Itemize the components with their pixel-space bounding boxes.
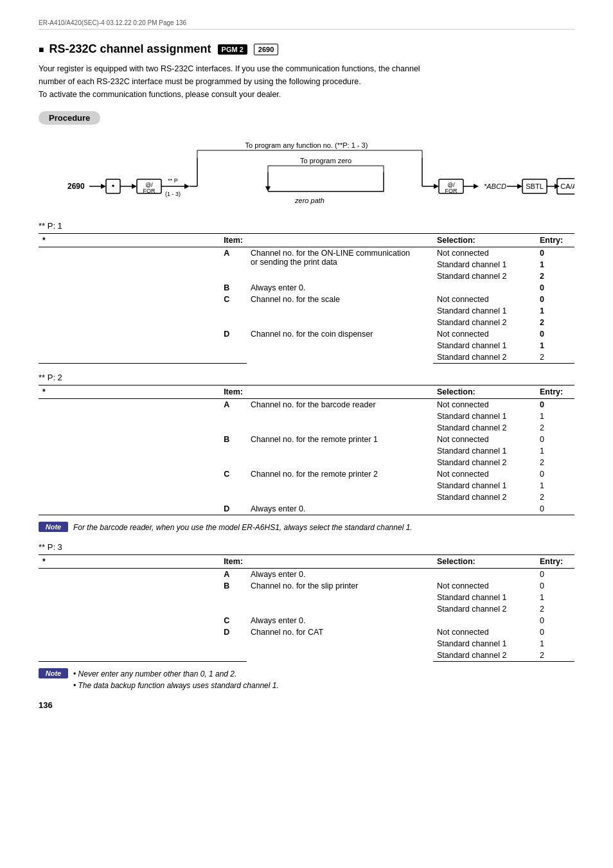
p1-row-c: C Channel no. for the scale Not connecte… — [39, 294, 574, 305]
p1-title: ** P: 1 — [39, 221, 574, 231]
svg-text:CA/AT: CA/AT — [560, 182, 574, 190]
p1-item-header: Item: — [220, 234, 247, 247]
svg-text:2690: 2690 — [67, 182, 85, 191]
p1-row-b: B Always enter 0. 0 — [39, 282, 574, 294]
intro-text: Your register is equipped with two RS-23… — [39, 62, 574, 101]
note2-box: Note • Never enter any number other than… — [39, 668, 574, 691]
diagram: To program any function no. (**P: 1 - 3)… — [39, 139, 574, 209]
section-title: RS-232C channel assignment PGM 2 2690 — [39, 42, 574, 56]
p3-row-c: C Always enter 0. 0 — [39, 615, 574, 626]
svg-marker-38 — [265, 186, 271, 191]
p3-row-b: B Channel no. for the slip printer Not c… — [39, 580, 574, 592]
procedure-label: Procedure — [39, 111, 100, 125]
page-header: ER-A410/A420(SEC)-4 03.12.22 0:20 PM Pag… — [39, 19, 574, 30]
page-number: 136 — [39, 700, 574, 710]
p3-sel-header: Selection: — [433, 555, 536, 569]
svg-text:** P: ** P — [168, 177, 178, 184]
code-badge: 2690 — [254, 44, 278, 55]
note1-box: Note For the barcode reader, when you us… — [39, 522, 574, 533]
p3-entry-header: Entry: — [536, 555, 574, 569]
svg-text:(1 - 3): (1 - 3) — [165, 191, 181, 197]
note1-label: Note — [39, 522, 68, 532]
p3-row-d: D Channel no. for CAT Not connected 0 — [39, 626, 574, 638]
p2-item-header: Item: — [220, 385, 247, 399]
p3-table: * Item: Selection: Entry: A Always enter… — [39, 554, 574, 662]
p1-desc-header — [247, 234, 433, 247]
note1-text: For the barcode reader, when you use the… — [73, 522, 413, 533]
svg-marker-31 — [474, 184, 479, 189]
svg-text:To program zero: To program zero — [300, 157, 351, 164]
svg-marker-10 — [101, 184, 106, 189]
svg-text:To program any function no. (*: To program any function no. (**P: 1 - 3) — [245, 141, 368, 149]
svg-marker-26 — [434, 184, 439, 189]
p2-table: * Item: Selection: Entry: A Channel no. … — [39, 385, 574, 515]
p3-title: ** P: 3 — [39, 542, 574, 552]
p2-row-b: B Channel no. for the remote printer 1 N… — [39, 434, 574, 445]
p2-row-d: D Always enter 0. 0 — [39, 503, 574, 515]
p3-row-a: A Always enter 0. 0 — [39, 569, 574, 581]
svg-text:FOR: FOR — [143, 188, 155, 194]
p3-item-header: Item: — [220, 555, 247, 569]
pgm-badge: PGM 2 — [218, 44, 247, 55]
p1-row-a: A Channel no. for the ON-LINE communicat… — [39, 247, 574, 260]
p2-row-c: C Channel no. for the remote printer 2 N… — [39, 468, 574, 480]
svg-text:FOR: FOR — [445, 188, 458, 194]
note2-label: Note — [39, 668, 68, 678]
p1-entry-header: Entry: — [536, 234, 574, 247]
asterisk-col: * — [39, 234, 220, 247]
p1-row-d: D Channel no. for the coin dispenser Not… — [39, 328, 574, 340]
p1-table: * Item: Selection: Entry: A Channel no. … — [39, 233, 574, 364]
svg-marker-19 — [184, 184, 190, 189]
svg-marker-14 — [132, 184, 137, 189]
page-title: RS-232C channel assignment — [39, 42, 211, 56]
p2-row-a: A Channel no. for the barcode reader Not… — [39, 399, 574, 411]
p2-title: ** P: 2 — [39, 373, 574, 382]
svg-text:SBTL: SBTL — [526, 182, 544, 190]
note2-text: • Never enter any number other than 0, 1… — [73, 668, 279, 691]
svg-text:*ABCD: *ABCD — [484, 182, 506, 190]
diagram-svg: To program any function no. (**P: 1 - 3)… — [39, 139, 574, 209]
p1-sel-header: Selection: — [433, 234, 536, 247]
p2-sel-header: Selection: — [433, 385, 536, 399]
svg-marker-34 — [517, 184, 522, 189]
p2-entry-header: Entry: — [536, 385, 574, 399]
svg-text:zero path: zero path — [294, 197, 324, 204]
svg-text:•: • — [112, 181, 115, 191]
